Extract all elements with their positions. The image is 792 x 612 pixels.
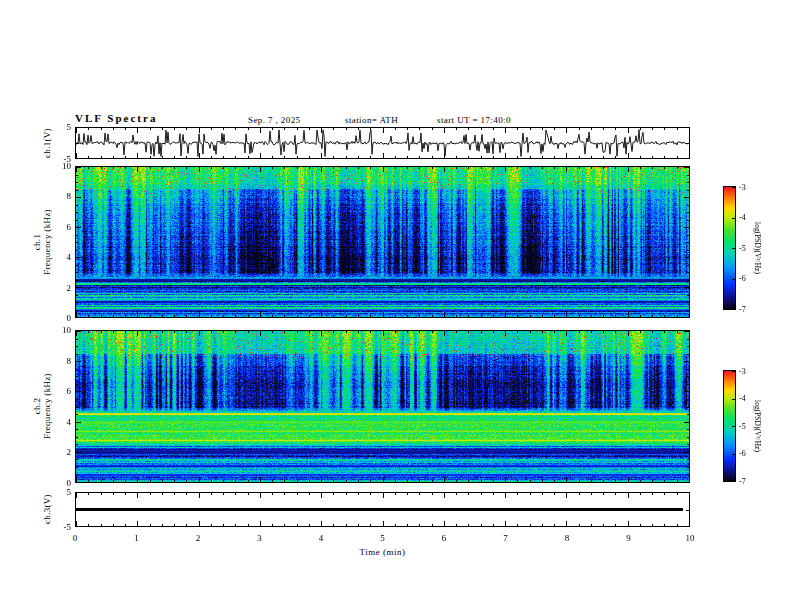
x-tick-mark <box>444 167 445 172</box>
y-tick-label: 5 <box>51 122 71 132</box>
x-tick-mark <box>493 167 494 169</box>
x-tick-mark <box>272 524 273 526</box>
x-tick-mark <box>677 156 678 158</box>
x-tick-mark <box>481 167 482 169</box>
x-tick-mark <box>284 480 285 482</box>
x-tick-mark <box>591 156 592 158</box>
x-tick-mark <box>493 128 494 130</box>
x-tick-mark <box>530 167 531 169</box>
x-tick-mark <box>101 480 102 482</box>
x-tick-mark <box>150 156 151 158</box>
x-tick-mark <box>333 480 334 482</box>
y-tick-mark <box>684 257 689 258</box>
y-tick-label: 8 <box>41 356 71 366</box>
y-tick-mark <box>687 437 689 438</box>
x-tick-mark <box>346 315 347 317</box>
x-tick-mark <box>689 128 690 133</box>
x-tick-mark <box>297 128 298 130</box>
x-tick-mark <box>383 128 384 133</box>
x-tick-mark <box>346 167 347 169</box>
x-tick-mark <box>321 312 322 317</box>
x-tick-mark <box>652 480 653 482</box>
x-tick-mark <box>505 153 506 158</box>
y-tick-mark <box>687 242 689 243</box>
x-tick-label: 10 <box>680 533 700 543</box>
x-tick-mark <box>603 167 604 169</box>
x-tick-mark <box>579 524 580 526</box>
x-tick-mark <box>113 156 114 158</box>
y-tick-mark <box>76 510 79 511</box>
x-tick-mark <box>615 167 616 169</box>
x-tick-mark <box>321 477 322 482</box>
y-tick-label: 8 <box>41 191 71 201</box>
y-tick-mark <box>687 250 689 251</box>
x-tick-mark <box>358 480 359 482</box>
y-tick-mark <box>684 227 689 228</box>
x-tick-mark <box>88 524 89 526</box>
x-tick-mark <box>628 167 629 172</box>
x-tick-mark <box>370 480 371 482</box>
x-tick-mark <box>505 312 506 317</box>
x-tick-mark <box>517 167 518 169</box>
ch1-spectrogram-canvas <box>76 167 689 317</box>
x-tick-mark <box>137 128 138 133</box>
x-tick-mark <box>309 315 310 317</box>
x-tick-mark <box>395 493 396 495</box>
x-tick-mark <box>542 331 543 333</box>
y-tick-mark <box>76 302 78 303</box>
y-tick-mark <box>687 467 689 468</box>
y-tick-mark <box>687 414 689 415</box>
x-tick-mark <box>186 167 187 169</box>
x-tick-mark <box>640 128 641 130</box>
x-tick-mark <box>419 524 420 526</box>
x-tick-mark <box>677 331 678 333</box>
x-tick-mark <box>579 331 580 333</box>
y-tick-mark <box>687 459 689 460</box>
x-tick-mark <box>689 493 690 498</box>
x-tick-mark <box>517 156 518 158</box>
x-tick-mark <box>591 315 592 317</box>
y-tick-mark <box>687 310 689 311</box>
x-tick-mark <box>481 493 482 495</box>
x-tick-mark <box>481 315 482 317</box>
x-tick-mark <box>566 521 567 526</box>
x-tick-mark <box>456 331 457 333</box>
x-tick-mark <box>199 331 200 336</box>
x-tick-mark <box>162 331 163 333</box>
y-tick-mark <box>687 399 689 400</box>
y-tick-mark <box>687 220 689 221</box>
x-tick-mark <box>652 167 653 169</box>
x-tick-mark <box>383 312 384 317</box>
x-tick-mark <box>223 167 224 169</box>
x-tick-mark <box>542 167 543 169</box>
x-tick-mark <box>174 315 175 317</box>
x-tick-mark <box>223 493 224 495</box>
x-tick-mark <box>260 521 261 526</box>
plot-title: VLF Spectra <box>75 112 157 124</box>
x-tick-mark <box>137 167 138 172</box>
y-tick-mark <box>76 429 78 430</box>
x-tick-mark <box>664 331 665 333</box>
y-tick-label: 0 <box>41 313 71 323</box>
x-tick-mark <box>579 128 580 130</box>
y-tick-label: -5 <box>51 522 71 532</box>
x-tick-mark <box>125 331 126 333</box>
y-tick-mark <box>687 376 689 377</box>
y-tick-mark <box>687 235 689 236</box>
x-tick-mark <box>493 524 494 526</box>
y-tick-mark <box>687 354 689 355</box>
x-tick-mark <box>186 480 187 482</box>
x-tick-mark <box>664 524 665 526</box>
colorbar-tick-mark <box>732 371 735 372</box>
y-tick-mark <box>684 482 689 483</box>
x-tick-mark <box>137 153 138 158</box>
y-tick-mark <box>76 182 78 183</box>
x-tick-mark <box>456 156 457 158</box>
x-tick-mark <box>260 493 261 498</box>
y-tick-mark <box>76 205 78 206</box>
x-tick-mark <box>248 156 249 158</box>
y-tick-mark <box>76 220 78 221</box>
x-tick-mark <box>235 524 236 526</box>
x-tick-mark <box>689 477 690 482</box>
y-tick-mark <box>684 197 689 198</box>
